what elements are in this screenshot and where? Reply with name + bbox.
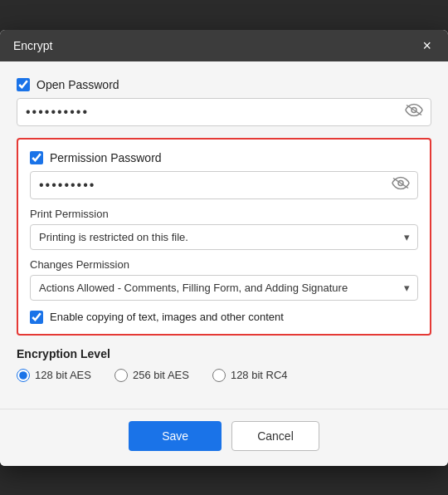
radio-128aes[interactable] (17, 369, 30, 382)
encrypt-dialog: Encrypt × Open Password (0, 30, 448, 466)
open-password-field-wrap (17, 98, 431, 126)
encryption-radio-group: 128 bit AES 256 bit AES 128 bit RC4 (17, 369, 431, 382)
radio-128aes-label: 128 bit AES (35, 369, 91, 381)
permission-password-label[interactable]: Permission Password (50, 151, 162, 164)
copy-label[interactable]: Enable copying of text, images and other… (50, 311, 284, 323)
changes-permission-label: Changes Permission (30, 258, 418, 271)
permission-password-checkbox[interactable] (30, 151, 43, 164)
radio-128rc4-item[interactable]: 128 bit RC4 (212, 369, 288, 382)
print-permission-label: Print Permission (30, 208, 418, 220)
print-permission-select[interactable]: Printing is restricted on this file. All… (30, 224, 418, 250)
dialog-title: Encrypt (13, 39, 52, 52)
open-password-checkbox[interactable] (17, 78, 30, 91)
open-password-section: Open Password (17, 78, 431, 126)
radio-128rc4[interactable] (212, 369, 226, 382)
copy-checkbox-row: Enable copying of text, images and other… (30, 311, 418, 324)
permission-password-eye-icon[interactable] (392, 176, 410, 194)
open-password-eye-icon[interactable] (405, 103, 423, 120)
radio-128rc4-label: 128 bit RC4 (231, 369, 288, 381)
open-password-checkbox-row: Open Password (17, 78, 431, 91)
encryption-section: Encryption Level 128 bit AES 256 bit AES… (17, 347, 431, 382)
changes-permission-select[interactable]: Actions Allowed - Comments, Filling Form… (30, 275, 418, 301)
radio-256aes[interactable] (114, 369, 128, 382)
open-password-label[interactable]: Open Password (37, 78, 119, 91)
copy-checkbox[interactable] (30, 311, 43, 324)
permission-password-input[interactable] (30, 171, 418, 199)
dialog-body: Open Password Permission Password (0, 61, 448, 409)
close-button[interactable]: × (419, 38, 435, 53)
encryption-level-title: Encryption Level (17, 347, 431, 360)
dialog-footer: Save Cancel (0, 409, 448, 466)
radio-256aes-label: 256 bit AES (133, 369, 189, 381)
permission-password-field-wrap (30, 171, 418, 199)
permission-password-checkbox-row: Permission Password (30, 151, 418, 164)
radio-256aes-item[interactable]: 256 bit AES (114, 369, 189, 382)
changes-permission-select-wrap: Actions Allowed - Comments, Filling Form… (30, 275, 418, 301)
radio-128aes-item[interactable]: 128 bit AES (17, 369, 91, 382)
title-bar: Encrypt × (0, 30, 448, 61)
save-button[interactable]: Save (129, 421, 222, 451)
cancel-button[interactable]: Cancel (231, 421, 319, 451)
open-password-input[interactable] (17, 98, 431, 126)
print-permission-select-wrap: Printing is restricted on this file. All… (30, 224, 418, 250)
permission-section: Permission Password Print Permission Pri… (17, 138, 431, 336)
